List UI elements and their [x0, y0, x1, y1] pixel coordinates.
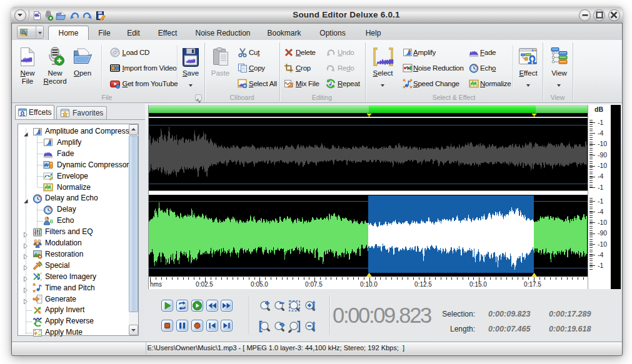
svg-text:-4: -4: [598, 251, 603, 258]
svg-text:-10: -10: [598, 140, 607, 147]
svg-text:-1: -1: [598, 197, 603, 205]
svg-text:-1: -1: [598, 262, 603, 269]
svg-text:0:15.0: 0:15.0: [469, 281, 487, 288]
svg-text:-4: -4: [598, 208, 603, 215]
svg-text:-90: -90: [598, 229, 607, 237]
svg-text:0:07.5: 0:07.5: [305, 281, 323, 288]
svg-text:0:12.5: 0:12.5: [414, 281, 432, 288]
svg-text:0:05.0: 0:05.0: [251, 281, 268, 288]
svg-text:0:17.5: 0:17.5: [524, 281, 541, 288]
svg-text:-4: -4: [598, 172, 603, 180]
svg-text:-10: -10: [598, 219, 607, 226]
svg-text:-90: -90: [598, 151, 607, 159]
svg-text:-1: -1: [598, 119, 603, 126]
svg-text:-1: -1: [598, 184, 603, 191]
svg-text:-4: -4: [598, 129, 603, 137]
svg-text:-10: -10: [598, 240, 607, 248]
svg-text:-10: -10: [598, 162, 607, 169]
svg-text:dB: dB: [594, 106, 603, 113]
svg-text:0:02.5: 0:02.5: [196, 281, 213, 288]
svg-text:0:10.0: 0:10.0: [360, 281, 378, 288]
svg-text:hms: hms: [150, 281, 162, 288]
